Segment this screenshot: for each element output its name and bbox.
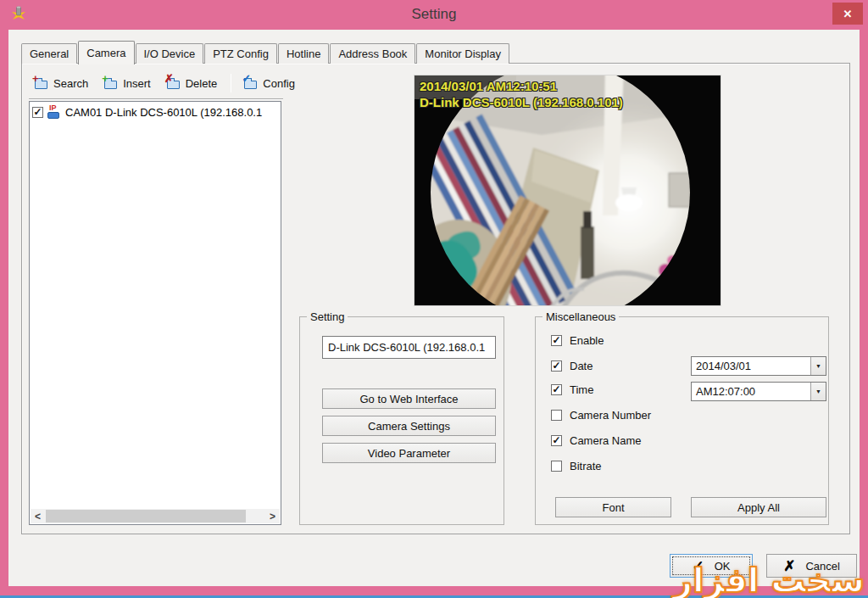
camera-settings-button[interactable]: Camera Settings	[322, 416, 496, 436]
setting-group: Setting Go to Web Interface Camera Setti…	[299, 316, 504, 525]
web-interface-button[interactable]: Go to Web Interface	[322, 388, 496, 409]
tab-bar: General Camera I/O Device PTZ Config Hot…	[21, 41, 510, 64]
scrollbar-thumb[interactable]	[46, 510, 246, 523]
date-dropdown[interactable]: 2014/03/01 ▼	[691, 356, 826, 376]
toolbar-separator	[231, 74, 231, 92]
video-parameter-button[interactable]: Video Parameter	[322, 443, 496, 463]
enable-label: Enable	[570, 334, 604, 347]
tab-monitor-display[interactable]: Monitor Display	[416, 43, 509, 64]
miscellaneous-group: Miscellaneous ✓ Enable ✓ Date 2014/03/01…	[535, 316, 829, 525]
date-label: Date	[570, 360, 593, 372]
scroll-left-icon[interactable]: <	[31, 509, 45, 523]
search-label: Search	[53, 77, 88, 90]
time-checkbox[interactable]: ✓	[551, 384, 562, 395]
tab-address-book[interactable]: Address Book	[330, 43, 415, 64]
camera-number-checkbox[interactable]: ✓	[551, 410, 562, 421]
tab-hotline[interactable]: Hotline	[278, 43, 329, 64]
time-row: ✓ Time	[551, 383, 593, 396]
camera-name-field[interactable]	[322, 336, 496, 359]
camera-item-label: CAM01 D-Link DCS-6010L (192.168.0.1	[65, 106, 262, 119]
osd-timestamp: 2014/03/01 AM12:10:51	[420, 78, 623, 94]
camera-toolbar: + Search + Insert ✗ Delete	[31, 72, 307, 94]
date-checkbox[interactable]: ✓	[551, 360, 562, 372]
time-label: Time	[570, 383, 593, 396]
enable-checkbox[interactable]: ✓	[551, 335, 562, 346]
tab-io-device[interactable]: I/O Device	[136, 43, 204, 64]
apply-all-button[interactable]: Apply All	[691, 497, 826, 517]
setting-dialog: Setting ✕ General Camera I/O Device PTZ …	[0, 0, 868, 598]
enable-row: ✓ Enable	[551, 334, 604, 347]
time-value: AM12:07:00	[692, 383, 810, 400]
misc-group-legend: Miscellaneous	[542, 310, 619, 323]
camera-list-item[interactable]: ✓ IP CAM01 D-Link DCS-6010L (192.168.0.1	[30, 102, 281, 122]
date-value: 2014/03/01	[692, 357, 810, 375]
tab-ptz-config[interactable]: PTZ Config	[204, 43, 277, 64]
tab-camera[interactable]: Camera	[78, 41, 134, 64]
horizontal-scrollbar[interactable]: < >	[31, 509, 280, 523]
search-icon: +	[32, 76, 49, 90]
date-dropdown-arrow-icon[interactable]: ▼	[810, 357, 826, 375]
date-row: ✓ Date	[551, 360, 593, 372]
tab-general[interactable]: General	[21, 43, 77, 64]
osd-camera-label: D-Link DCS-6010L (192.168.0.101)	[420, 94, 623, 110]
watermark-logo: سخت افزار	[673, 561, 865, 598]
delete-label: Delete	[186, 77, 218, 90]
time-dropdown-arrow-icon[interactable]: ▼	[810, 383, 826, 400]
toolbar-divider	[29, 98, 283, 100]
scroll-right-icon[interactable]: >	[265, 509, 280, 523]
time-dropdown[interactable]: AM12:07:00 ▼	[691, 382, 826, 401]
camera-name-row: ✓ Camera Name	[551, 434, 642, 447]
osd-overlay: 2014/03/01 AM12:10:51 D-Link DCS-6010L (…	[420, 78, 623, 110]
camera-name-checkbox[interactable]: ✓	[551, 435, 562, 446]
insert-label: Insert	[123, 77, 151, 90]
insert-button[interactable]: + Insert	[100, 75, 156, 92]
insert-icon: +	[102, 76, 119, 90]
camera-preview: 2014/03/01 AM12:10:51 D-Link DCS-6010L (…	[414, 75, 721, 306]
config-icon: ✓	[242, 76, 259, 90]
ip-camera-icon: IP	[47, 105, 62, 119]
config-button[interactable]: ✓ Config	[240, 75, 300, 92]
bitrate-row: ✓ Bitrate	[551, 460, 602, 472]
close-button[interactable]: ✕	[832, 3, 863, 25]
camera-tab-page: + Search + Insert ✗ Delete	[21, 63, 850, 534]
scrollbar-track[interactable]	[45, 509, 265, 523]
font-button[interactable]: Font	[555, 497, 671, 517]
delete-button[interactable]: ✗ Delete	[163, 75, 223, 92]
window-title: Setting	[0, 6, 868, 23]
bitrate-checkbox[interactable]: ✓	[551, 461, 562, 472]
setting-group-legend: Setting	[307, 310, 348, 323]
camera-number-label: Camera Number	[570, 409, 651, 422]
camera-checkbox[interactable]: ✓	[32, 107, 43, 118]
camera-list[interactable]: ✓ IP CAM01 D-Link DCS-6010L (192.168.0.1…	[29, 101, 281, 525]
titlebar: Setting ✕	[0, 0, 868, 30]
search-button[interactable]: + Search	[31, 75, 93, 92]
dialog-body: General Camera I/O Device PTZ Config Hot…	[8, 30, 860, 586]
camera-name-label: Camera Name	[570, 434, 642, 447]
config-label: Config	[263, 77, 295, 90]
camera-number-row: ✓ Camera Number	[551, 409, 651, 422]
bitrate-label: Bitrate	[570, 460, 602, 472]
delete-icon: ✗	[164, 76, 181, 90]
